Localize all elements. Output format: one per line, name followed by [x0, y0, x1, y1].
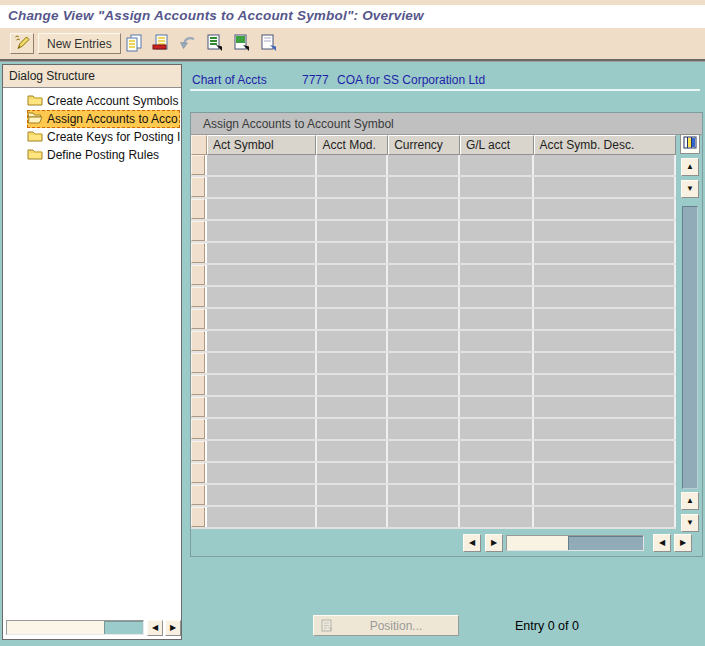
table-cell[interactable] — [207, 507, 317, 527]
table-cell[interactable] — [317, 199, 389, 219]
table-cell[interactable] — [460, 331, 534, 351]
table-cell[interactable] — [388, 177, 460, 197]
table-cell[interactable] — [207, 353, 317, 373]
row-selector[interactable] — [191, 265, 205, 285]
row-selector[interactable] — [191, 243, 205, 263]
row-selector[interactable] — [191, 485, 205, 505]
table-cell[interactable] — [388, 309, 460, 329]
row-selector[interactable] — [191, 397, 205, 417]
table-cell[interactable] — [317, 287, 389, 307]
scrollbar-thumb[interactable] — [104, 621, 143, 634]
select-block-button[interactable] — [230, 34, 251, 55]
table-cell[interactable] — [534, 309, 676, 329]
table-cell[interactable] — [388, 397, 460, 417]
copy-entry-button[interactable] — [123, 34, 144, 55]
table-cell[interactable] — [388, 243, 460, 263]
table-cell[interactable] — [317, 309, 389, 329]
table-cell[interactable] — [534, 265, 676, 285]
row-selector[interactable] — [191, 419, 205, 439]
row-selector[interactable] — [191, 331, 205, 351]
column-header-acct-mod[interactable]: Acct Mod. — [316, 135, 388, 155]
column-header-currency[interactable]: Currency — [388, 135, 460, 155]
new-entries-button[interactable]: New Entries — [38, 33, 121, 54]
row-selector[interactable] — [191, 463, 205, 483]
scroll-left-button[interactable]: ◀ — [147, 620, 163, 636]
table-cell[interactable] — [317, 485, 389, 505]
table-cell[interactable] — [388, 419, 460, 439]
table-cell[interactable] — [460, 309, 534, 329]
scroll-down-button[interactable]: ▼ — [681, 180, 699, 198]
scroll-up-button[interactable]: ▲ — [681, 158, 699, 176]
table-cell[interactable] — [207, 155, 317, 175]
table-cell[interactable] — [317, 507, 389, 527]
row-selector[interactable] — [191, 353, 205, 373]
row-selector[interactable] — [191, 199, 205, 219]
table-cell[interactable] — [460, 485, 534, 505]
table-cell[interactable] — [388, 221, 460, 241]
scroll-left-button[interactable]: ◀ — [653, 534, 671, 552]
table-cell[interactable] — [207, 243, 317, 263]
table-cell[interactable] — [388, 199, 460, 219]
table-cell[interactable] — [317, 177, 389, 197]
deselect-all-button[interactable] — [257, 34, 278, 55]
column-header-act-symbol[interactable]: Act Symbol — [207, 135, 317, 155]
scroll-left-button[interactable]: ◀ — [463, 534, 481, 552]
table-cell[interactable] — [388, 507, 460, 527]
tree-item-define-posting-rules[interactable]: Define Posting Rules — [27, 146, 159, 164]
row-selector[interactable] — [191, 375, 205, 395]
table-cell[interactable] — [207, 419, 317, 439]
table-cell[interactable] — [534, 397, 676, 417]
row-selector[interactable] — [191, 309, 205, 329]
scroll-up-button[interactable]: ▲ — [681, 492, 699, 510]
table-cell[interactable] — [388, 265, 460, 285]
scroll-right-button[interactable]: ▶ — [165, 620, 181, 636]
table-cell[interactable] — [207, 441, 317, 461]
table-cell[interactable] — [317, 331, 389, 351]
scroll-down-button[interactable]: ▼ — [681, 514, 699, 532]
table-cell[interactable] — [460, 463, 534, 483]
table-cell[interactable] — [317, 375, 389, 395]
scrollbar-track[interactable] — [6, 620, 144, 635]
table-cell[interactable] — [534, 353, 676, 373]
horizontal-scrollbar-track[interactable] — [506, 535, 644, 551]
position-button[interactable]: Position... — [313, 615, 459, 636]
row-selector[interactable] — [191, 177, 205, 197]
table-cell[interactable] — [534, 199, 676, 219]
table-cell[interactable] — [207, 221, 317, 241]
table-cell[interactable] — [534, 375, 676, 395]
row-selector[interactable] — [191, 155, 205, 175]
table-cell[interactable] — [207, 485, 317, 505]
column-header-acct-symb-desc[interactable]: Acct Symb. Desc. — [534, 135, 676, 155]
table-cell[interactable] — [207, 463, 317, 483]
table-cell[interactable] — [460, 265, 534, 285]
table-cell[interactable] — [207, 177, 317, 197]
table-settings-button[interactable] — [680, 134, 700, 154]
select-all-column-header[interactable] — [191, 135, 207, 155]
table-cell[interactable] — [388, 485, 460, 505]
table-cell[interactable] — [207, 199, 317, 219]
table-cell[interactable] — [534, 221, 676, 241]
tree-item-assign-accounts[interactable]: Assign Accounts to Acco — [27, 110, 180, 128]
table-cell[interactable] — [317, 221, 389, 241]
table-cell[interactable] — [317, 397, 389, 417]
table-cell[interactable] — [317, 155, 389, 175]
table-cell[interactable] — [460, 375, 534, 395]
table-cell[interactable] — [534, 287, 676, 307]
tree-item-create-keys[interactable]: Create Keys for Posting I — [27, 128, 180, 146]
table-cell[interactable] — [317, 463, 389, 483]
change-display-toggle-button[interactable] — [10, 33, 34, 54]
table-cell[interactable] — [460, 177, 534, 197]
table-cell[interactable] — [388, 463, 460, 483]
table-cell[interactable] — [534, 419, 676, 439]
table-cell[interactable] — [317, 419, 389, 439]
table-cell[interactable] — [534, 155, 676, 175]
table-cell[interactable] — [460, 243, 534, 263]
table-cell[interactable] — [207, 375, 317, 395]
table-cell[interactable] — [388, 375, 460, 395]
table-cell[interactable] — [460, 199, 534, 219]
row-selector[interactable] — [191, 287, 205, 307]
table-cell[interactable] — [207, 287, 317, 307]
table-cell[interactable] — [317, 353, 389, 373]
table-cell[interactable] — [534, 243, 676, 263]
table-cell[interactable] — [388, 155, 460, 175]
